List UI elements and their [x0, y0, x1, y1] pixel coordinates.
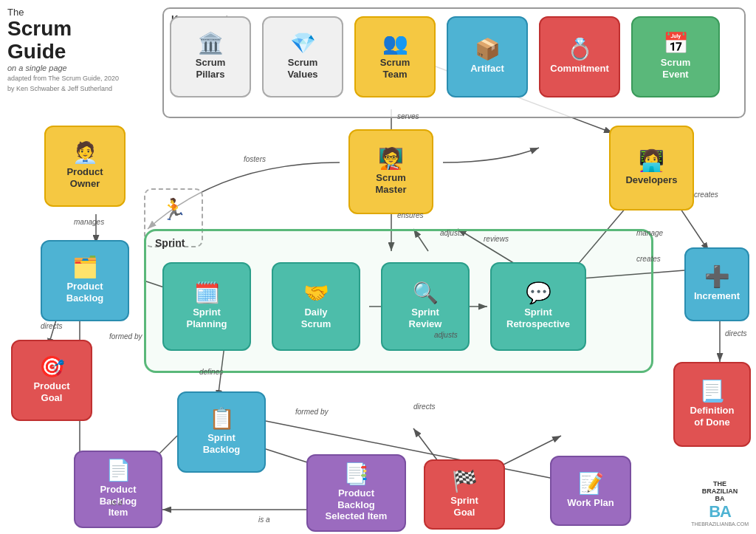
card-sprint-goal: 🏁 SprintGoal [424, 459, 505, 530]
sprint-retrospective-icon: 💬 [526, 283, 551, 304]
card-developers: 👩‍💻 Developers [609, 126, 694, 210]
card-sprint-planning: 🗓️ SprintPlanning [162, 262, 251, 351]
card-scrum-team: 👥 ScrumTeam [354, 16, 436, 97]
label-directs3: directs [725, 329, 746, 338]
card-sprint-retrospective: 💬 SprintRetrospective [490, 262, 586, 351]
label-adjusts3: adjusts [434, 331, 458, 339]
pbi-selected-icon: 📑 [343, 464, 369, 485]
logo-the: The [7, 7, 119, 18]
card-scrum-master: 🧑‍🏫 ScrumMaster [348, 129, 433, 214]
card-product-backlog-item: 📄 ProductBacklogItem [74, 451, 162, 528]
artifact-icon: 📦 [475, 39, 501, 60]
label-fosters: fosters [244, 155, 266, 163]
product-backlog-icon: 🗂️ [72, 257, 98, 278]
label-creates1: creates [694, 191, 718, 199]
scrum-event-icon: 📅 [663, 33, 689, 54]
logo-guide: Guide [7, 41, 119, 64]
product-goal-label: ProductGoal [33, 380, 69, 403]
scrum-team-label: ScrumTeam [380, 57, 410, 80]
sprint-label: Sprint [155, 237, 185, 249]
logo-credit1: adapted from The Scrum Guide, 2020 [7, 75, 119, 83]
commitment-icon: 💍 [567, 39, 593, 60]
commitment-label: Commitment [550, 63, 608, 75]
work-plan-label: Work Plan [567, 497, 614, 509]
label-is-a1: is a [111, 499, 123, 507]
product-goal-icon: 🎯 [39, 357, 65, 377]
label-formed-by1: formed by [109, 332, 142, 340]
card-increment: ➕ Increment [684, 247, 749, 321]
scrum-event-label: ScrumEvent [661, 57, 690, 80]
label-ensures: ensures [397, 211, 424, 219]
product-backlog-item-icon: 📄 [106, 460, 131, 481]
card-product-backlog: 🗂️ ProductBacklog [41, 240, 129, 321]
label-manages: manages [74, 218, 104, 226]
artifact-label: Artifact [470, 63, 504, 75]
card-definition-of-done: 📃 Definitionof Done [673, 362, 751, 447]
developers-icon: 👩‍💻 [639, 151, 664, 171]
label-formed-by2: formed by [295, 408, 328, 416]
label-is-a2: is a [258, 516, 270, 524]
scrum-values-label: ScrumValues [287, 57, 317, 80]
label-adjusts1: adjusts [440, 229, 464, 237]
brazilianba-url: THEBRAZILIANBA.COM [691, 521, 749, 527]
brazilianba-logo: THEBRAZILIANBA BA THEBRAZILIANBA.COM [691, 480, 749, 527]
scrum-team-icon: 👥 [382, 33, 408, 54]
developers-label: Developers [625, 174, 677, 186]
definition-of-done-label: Definitionof Done [690, 405, 735, 428]
card-product-owner: 🧑‍💼 ProductOwner [44, 126, 126, 207]
work-plan-icon: 📝 [578, 473, 604, 494]
sprint-backlog-icon: 📋 [209, 408, 235, 429]
product-owner-icon: 🧑‍💼 [72, 143, 98, 163]
card-scrum-pillars: 🏛️ ScrumPillars [170, 16, 251, 97]
sprint-goal-label: SprintGoal [450, 495, 478, 518]
card-work-plan: 📝 Work Plan [550, 456, 631, 526]
scrum-pillars-label: ScrumPillars [196, 57, 225, 80]
label-reviews: reviews [484, 235, 509, 243]
scrum-pillars-icon: 🏛️ [198, 33, 224, 54]
label-defines: defines [199, 368, 223, 376]
increment-icon: ➕ [704, 267, 730, 287]
label-manage: manage [636, 229, 663, 237]
card-sprint-backlog: 📋 SprintBacklog [177, 391, 266, 473]
sprint-planning-label: SprintPlanning [187, 307, 227, 329]
card-commitment: 💍 Commitment [539, 16, 620, 97]
sprint-backlog-label: SprintBacklog [203, 432, 241, 455]
card-artifact: 📦 Artifact [447, 16, 528, 97]
sprint-retrospective-label: SprintRetrospective [506, 307, 570, 329]
sprint-planning-icon: 🗓️ [194, 283, 220, 304]
logo-scrum: Scrum [7, 18, 119, 41]
sprint-review-label: SprintReview [409, 307, 442, 329]
logo-credit2: by Ken Schwaber & Jeff Sutherland [7, 86, 119, 93]
definition-of-done-icon: 📃 [699, 381, 725, 402]
product-backlog-label: ProductBacklog [66, 281, 104, 304]
sprint-person-icon: 🏃 [145, 190, 202, 222]
card-product-goal: 🎯 ProductGoal [11, 340, 92, 421]
daily-scrum-label: DailyScrum [301, 307, 331, 329]
brazilianba-icon: BA [691, 502, 749, 521]
pbi-selected-label: ProductBacklogSelected Item [326, 487, 388, 522]
label-directs2: directs [413, 403, 435, 411]
card-pbi-selected: 📑 ProductBacklogSelected Item [306, 454, 406, 532]
sprint-review-icon: 🔍 [413, 283, 439, 304]
card-scrum-event: 📅 ScrumEvent [631, 16, 720, 97]
sprint-goal-icon: 🏁 [452, 471, 478, 492]
brazilianba-text: THEBRAZILIANBA [691, 480, 749, 502]
daily-scrum-icon: 🤝 [303, 283, 329, 304]
logo-area: The Scrum Guide on a single page adapted… [7, 7, 119, 93]
label-serves: serves [397, 112, 419, 120]
card-scrum-values: 💎 ScrumValues [262, 16, 343, 97]
scrum-values-icon: 💎 [290, 33, 316, 54]
label-creates2: creates [636, 255, 661, 263]
card-daily-scrum: 🤝 DailyScrum [272, 262, 360, 351]
logo-sub: on a single page [7, 64, 119, 72]
product-owner-label: ProductOwner [66, 166, 103, 189]
scrum-master-icon: 🧑‍🏫 [378, 148, 404, 169]
label-directs1: directs [41, 322, 62, 330]
increment-label: Increment [694, 290, 740, 302]
scrum-master-label: ScrumMaster [376, 172, 407, 195]
